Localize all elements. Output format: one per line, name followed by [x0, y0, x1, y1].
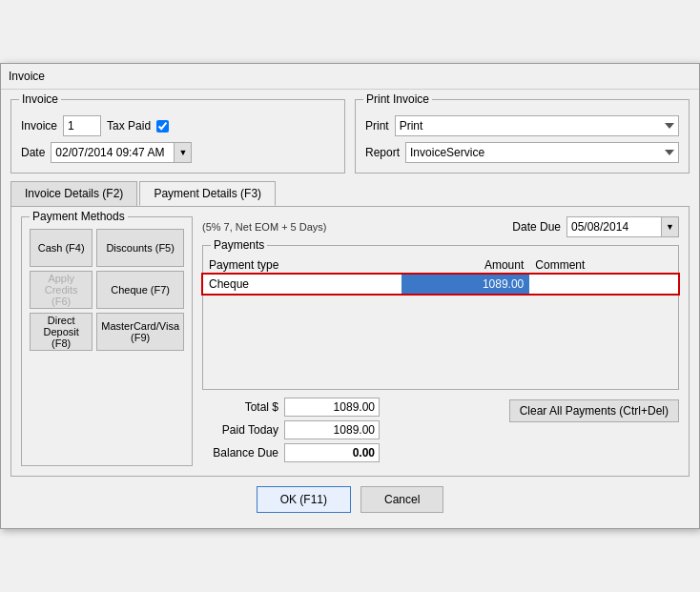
details-panel: (5% 7, Net EOM + 5 Days) Date Due ▼ Paym…	[202, 216, 679, 466]
invoice-number-input[interactable]	[63, 115, 101, 136]
tab-content: Payment Methods Cash (F4) Discounts (F5)…	[10, 206, 690, 477]
window-title-bar: Invoice	[1, 64, 699, 90]
payment-methods-panel: Payment Methods Cash (F4) Discounts (F5)…	[21, 216, 193, 466]
tax-paid-label: Tax Paid	[107, 119, 151, 133]
report-select[interactable]: InvoiceService	[405, 142, 679, 163]
date-due-label: Date Due	[512, 220, 561, 234]
col-payment-type: Payment type	[203, 255, 401, 275]
footer-buttons: OK (F11) Cancel	[10, 477, 690, 519]
col-amount: Amount	[401, 255, 530, 275]
balance-due-value: 0.00	[284, 443, 380, 462]
cell-payment-type: Cheque	[203, 275, 401, 294]
ok-button[interactable]: OK (F11)	[257, 486, 351, 513]
invoice-group-label: Invoice	[19, 92, 61, 106]
payments-group: Payments Payment type Amount Comment	[202, 245, 679, 390]
apply-credits-button[interactable]: Apply Credits (F6)	[30, 271, 93, 309]
date-due-input[interactable]	[566, 216, 662, 237]
invoice-window: Invoice Invoice Invoice Tax Paid Date ▼	[0, 63, 700, 529]
clear-all-payments-button[interactable]: Clear All Payments (Ctrl+Del)	[509, 399, 679, 422]
print-invoice-group: Print Invoice Print Print Report Invoice…	[355, 99, 690, 174]
cheque-button[interactable]: Cheque (F7)	[96, 271, 184, 309]
cell-comment	[529, 275, 678, 294]
date-due-dropdown-arrow[interactable]: ▼	[662, 216, 679, 237]
col-comment: Comment	[529, 255, 678, 275]
print-select[interactable]: Print	[395, 115, 679, 136]
total-value: 1089.00	[284, 398, 380, 417]
invoice-label: Invoice	[21, 119, 57, 133]
tab-invoice-details[interactable]: Invoice Details (F2)	[10, 181, 137, 206]
payments-table: Payment type Amount Comment Cheque 1089.…	[203, 255, 678, 294]
payment-methods-label: Payment Methods	[30, 210, 128, 223]
details-terms: (5% 7, Net EOM + 5 Days)	[202, 221, 327, 233]
tab-payment-details[interactable]: Payment Details (F3)	[139, 181, 276, 206]
date-input[interactable]	[51, 142, 175, 163]
total-label: Total $	[202, 400, 278, 414]
invoice-group: Invoice Invoice Tax Paid Date ▼	[10, 99, 345, 174]
cash-button[interactable]: Cash (F4)	[30, 229, 93, 267]
date-label: Date	[21, 146, 45, 159]
summary-section: Total $ 1089.00 Paid Today 1089.00 Balan…	[202, 398, 679, 466]
direct-deposit-button[interactable]: Direct Deposit (F8)	[30, 313, 93, 351]
paid-today-value: 1089.00	[284, 420, 380, 439]
tax-paid-checkbox[interactable]	[156, 120, 169, 133]
cell-amount: 1089.00	[401, 275, 530, 294]
discounts-button[interactable]: Discounts (F5)	[96, 229, 184, 267]
paid-today-label: Paid Today	[202, 423, 278, 437]
mastercard-visa-button[interactable]: MasterCard/Visa (F9)	[96, 313, 184, 351]
print-invoice-group-label: Print Invoice	[363, 92, 432, 106]
window-title: Invoice	[9, 70, 45, 83]
balance-due-label: Balance Due	[202, 446, 278, 459]
print-label: Print	[365, 119, 389, 133]
payments-label: Payments	[211, 238, 267, 252]
table-row[interactable]: Cheque 1089.00	[203, 275, 678, 294]
cancel-button[interactable]: Cancel	[360, 486, 443, 513]
report-label: Report	[365, 146, 400, 159]
date-dropdown-arrow[interactable]: ▼	[175, 142, 192, 163]
tabs-bar: Invoice Details (F2) Payment Details (F3…	[10, 181, 690, 206]
